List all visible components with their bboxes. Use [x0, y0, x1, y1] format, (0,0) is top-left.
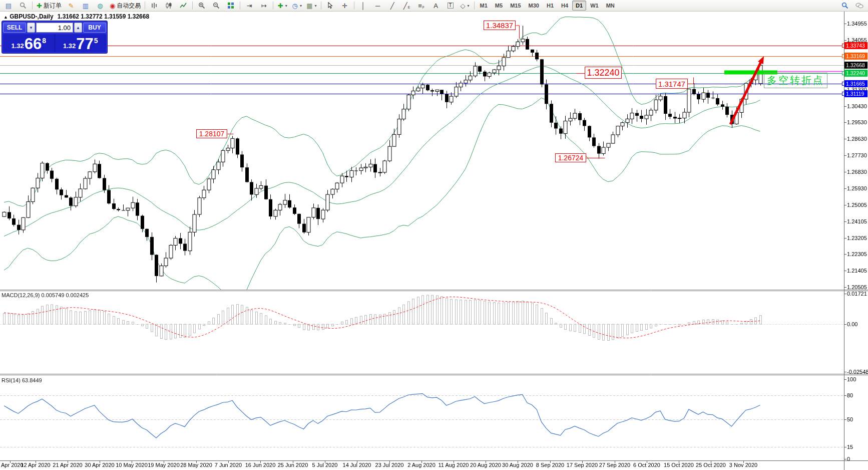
- timeframe-button-mn[interactable]: MN: [603, 1, 618, 11]
- macd-tick-label: 0.01721: [847, 291, 867, 297]
- volume-decrease-button[interactable]: ▼: [27, 23, 35, 33]
- shapes-icon-glyph: ◇: [461, 3, 466, 9]
- templates-icon-glyph: ▦: [306, 3, 312, 9]
- vertical-line-icon-glyph: │: [361, 3, 365, 9]
- toolbar-separator: [145, 2, 145, 10]
- strategy-tester-icon[interactable]: [16, 0, 30, 11]
- sell-button[interactable]: SELL: [3, 23, 26, 33]
- periods-clock-icon[interactable]: ◷▾: [290, 0, 304, 11]
- horizontal-line-icon[interactable]: ─: [371, 0, 385, 11]
- search-icon[interactable]: [838, 0, 852, 11]
- buy-price-sup: 5: [94, 37, 98, 45]
- charts-window-icon[interactable]: ▤: [2, 0, 16, 11]
- ohlc-values: 1.31662 1.32772 1.31559 1.32668: [58, 13, 150, 20]
- timeframe-button-w1[interactable]: W1: [587, 1, 602, 11]
- cursor-icon[interactable]: [323, 0, 337, 11]
- volume-increase-button[interactable]: ▲: [74, 23, 82, 33]
- shapes-icon[interactable]: ◇▾: [458, 0, 472, 11]
- chart-shift-icon[interactable]: ↦: [257, 0, 271, 11]
- price-tick-label: 1.34955: [847, 21, 867, 27]
- vertical-line-icon[interactable]: │: [356, 0, 370, 11]
- price-annotation[interactable]: 1.32240: [585, 67, 622, 79]
- price-tick-label: 1.26830: [847, 169, 867, 175]
- crosshair-icon[interactable]: ✛: [338, 0, 352, 11]
- date-tick-label: 19 May 2020: [148, 462, 180, 468]
- price-level-badge: 1.31665: [844, 80, 867, 87]
- zoom-in-icon[interactable]: [195, 0, 209, 11]
- timeframe-button-m30[interactable]: M30: [525, 1, 543, 11]
- price-tick-label: 1.25005: [847, 202, 867, 208]
- sell-price[interactable]: 1.32 66 8: [3, 34, 55, 52]
- price-tick-label: 1.27730: [847, 152, 867, 158]
- chart-canvas[interactable]: [0, 0, 868, 470]
- indicators-icon[interactable]: ✚▾: [275, 0, 289, 11]
- bar-chart-icon[interactable]: [147, 0, 161, 11]
- price-annotation[interactable]: 1.31747: [656, 79, 688, 89]
- auto-scroll-icon[interactable]: ⇥: [242, 0, 256, 11]
- publisher-icon[interactable]: ▥: [79, 0, 93, 11]
- rsi-tick-label: 80: [847, 392, 853, 398]
- date-tick-label: 30 Aug 2020: [502, 462, 533, 468]
- date-tick-label: 30 Apr 2020: [85, 462, 114, 468]
- new-order-button-glyph: ✚: [37, 3, 42, 9]
- sell-price-small: 1.32: [11, 42, 24, 50]
- timeframe-button-h4[interactable]: H4: [558, 1, 572, 11]
- date-tick-label: 11 Aug 2020: [439, 462, 469, 468]
- zoom-out-icon[interactable]: [209, 0, 223, 11]
- date-tick-label: 17 Sep 2020: [567, 462, 598, 468]
- price-annotation[interactable]: 1.34837: [484, 21, 516, 30]
- trendline-icon-glyph: ╱: [390, 3, 394, 9]
- styler-icon[interactable]: ✎: [64, 0, 78, 11]
- line-chart-icon[interactable]: [176, 0, 190, 11]
- price-annotation[interactable]: 1.26724: [555, 153, 586, 162]
- signals-icon[interactable]: ◍: [93, 0, 107, 11]
- equidistant-channel-icon-glyph: ╱: [403, 3, 407, 9]
- date-tick-label: 14 Jul 2020: [343, 462, 371, 468]
- trendline-icon[interactable]: ╱: [385, 0, 399, 11]
- date-tick-label: 27 Sep 2020: [599, 462, 630, 468]
- rsi-tick-label: 50: [847, 416, 853, 422]
- text-icon[interactable]: A: [429, 0, 443, 11]
- main-toolbar: ▤✚新订单✎▥◍◉自动交易⇥↦✚▾◷▾▦▾✛│─╱╱E≡FAT◇▾M1M5M15…: [0, 0, 868, 12]
- date-tick-label: 2 Aug 2020: [407, 462, 436, 468]
- volume-input[interactable]: [36, 23, 73, 33]
- price-tick-label: 1.24105: [847, 218, 867, 224]
- new-order-button[interactable]: ✚新订单: [35, 0, 64, 11]
- date-tick-label: 7 Jun 2020: [215, 462, 242, 468]
- date-tick-label: 28 May 2020: [180, 462, 212, 468]
- timeframe-button-m5[interactable]: M5: [492, 1, 506, 11]
- text-label-icon[interactable]: T: [444, 0, 458, 11]
- buy-price-big: 77: [76, 37, 93, 51]
- date-tick-label: 5 Jul 2020: [312, 462, 338, 468]
- candlestick-chart-icon[interactable]: [162, 0, 176, 11]
- fibonacci-icon[interactable]: ≡F: [414, 0, 428, 11]
- chat-icon[interactable]: [852, 0, 866, 11]
- autotrading-button-glyph: ◉: [110, 3, 115, 9]
- date-tick-label: 3 Nov 2020: [729, 462, 757, 468]
- date-tick-label: 23 Jul 2020: [375, 462, 404, 468]
- dropdown-caret-icon[interactable]: ▾: [468, 4, 470, 8]
- templates-icon[interactable]: ▦▾: [304, 0, 318, 11]
- tile-windows-icon[interactable]: [224, 0, 238, 11]
- indicators-icon-glyph: ✚: [278, 3, 283, 9]
- turning-point-annotation[interactable]: 多空转折点: [764, 73, 827, 88]
- dropdown-caret-icon[interactable]: ▾: [315, 4, 317, 8]
- dropdown-caret-icon[interactable]: ▾: [285, 4, 287, 8]
- timeframe-button-m1[interactable]: M1: [477, 1, 491, 11]
- price-tick-label: 1.21405: [847, 268, 867, 274]
- timeframe-button-h1[interactable]: H1: [543, 1, 557, 11]
- dropdown-caret-icon[interactable]: ▾: [300, 4, 302, 8]
- date-tick-label: 25 Jun 2020: [278, 462, 308, 468]
- equidistant-channel-icon[interactable]: ╱E: [400, 0, 414, 11]
- styler-icon-glyph: ✎: [68, 3, 74, 9]
- buy-price[interactable]: 1.32 77 5: [55, 34, 107, 52]
- autotrading-button[interactable]: ◉自动交易: [108, 0, 143, 11]
- timeframe-button-m15[interactable]: M15: [507, 1, 524, 11]
- sell-price-big: 66: [25, 37, 42, 51]
- price-tick-label: 1.30430: [847, 103, 867, 109]
- buy-button[interactable]: BUY: [83, 23, 106, 33]
- price-annotation[interactable]: 1.28107: [196, 129, 227, 138]
- toolbar-separator: [321, 2, 321, 10]
- rsi-tick-label: 0: [847, 456, 850, 462]
- timeframe-button-d1[interactable]: D1: [572, 1, 586, 11]
